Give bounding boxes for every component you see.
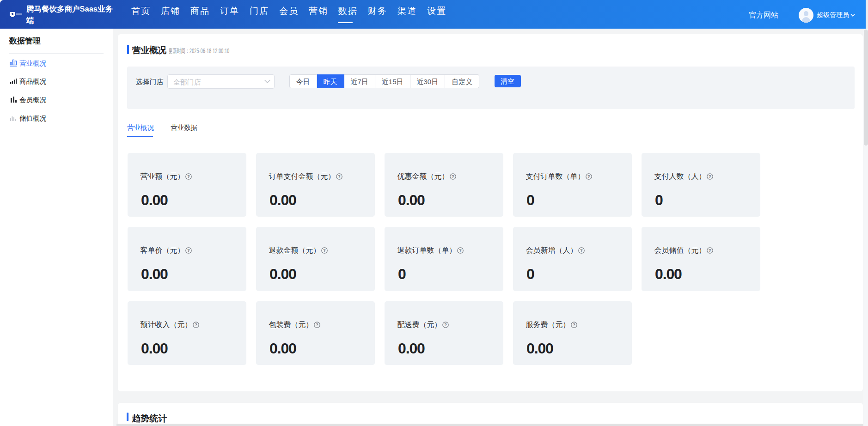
svg-text:?: ? [459,248,462,253]
svg-text:?: ? [452,174,454,179]
svg-text:?: ? [709,174,711,179]
svg-text:?: ? [187,248,190,253]
svg-text:?: ? [187,174,190,179]
svg-text:?: ? [573,322,575,327]
svg-text:?: ? [444,322,447,327]
svg-text:?: ? [580,248,583,253]
svg-text:?: ? [316,322,318,327]
svg-text:?: ? [709,248,711,253]
svg-text:?: ? [587,174,590,179]
svg-text:?: ? [195,322,197,327]
svg-text:?: ? [338,174,341,179]
svg-text:?: ? [323,248,326,253]
